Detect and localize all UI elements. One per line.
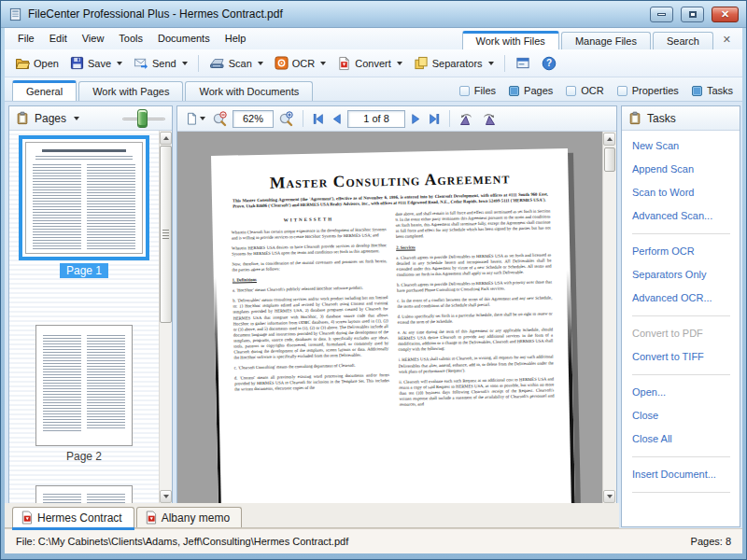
menu-edit[interactable]: Edit bbox=[42, 28, 75, 49]
page-2-thumbnail[interactable]: Page 2 bbox=[35, 325, 133, 463]
scroll-up-button[interactable] bbox=[160, 132, 172, 145]
document-body: WITNESSETH Wherein Clearsoft has certain… bbox=[231, 209, 554, 416]
clipboard-icon bbox=[16, 111, 29, 125]
ocr-button[interactable]: OCR bbox=[270, 54, 331, 72]
convert-button[interactable]: Convert bbox=[332, 54, 407, 73]
thumbnail-scrollbar[interactable] bbox=[159, 131, 172, 504]
svg-text:?: ? bbox=[546, 58, 552, 68]
tasks-panel: Tasks New Scan Append Scan Scan to Word … bbox=[621, 105, 740, 527]
rotate-right-button[interactable] bbox=[479, 111, 499, 127]
help-button[interactable]: ? bbox=[537, 54, 561, 73]
doc-tab-albany-memo[interactable]: Albany memo bbox=[136, 507, 242, 527]
tab-work-with-files[interactable]: Work with Files bbox=[462, 31, 559, 49]
open-button[interactable]: Open bbox=[10, 54, 63, 73]
scanner-icon bbox=[209, 56, 225, 70]
viewer-scroll-up-button[interactable] bbox=[603, 133, 615, 146]
doc-tab-hermes-contract[interactable]: Hermes Contract bbox=[12, 507, 134, 527]
menu-documents[interactable]: Documents bbox=[150, 28, 218, 49]
viewer-panel: 62% 1 of 8 bbox=[176, 105, 617, 505]
task-divider bbox=[632, 233, 730, 234]
save-button[interactable]: Save bbox=[65, 54, 127, 72]
arrow-down-icon bbox=[607, 495, 613, 498]
task-close-all[interactable]: Close All bbox=[632, 433, 740, 444]
page-2-label: Page 2 bbox=[66, 450, 102, 463]
slider-thumb[interactable] bbox=[137, 109, 148, 128]
next-page-button[interactable] bbox=[408, 112, 424, 126]
toggle-properties[interactable]: Properties bbox=[617, 85, 679, 96]
menu-tools[interactable]: Tools bbox=[111, 28, 150, 49]
toolbar-separator bbox=[504, 55, 505, 72]
menu-view[interactable]: View bbox=[75, 28, 112, 49]
title-bar[interactable]: FileCenter Professional Plus - Hermes Co… bbox=[1, 1, 746, 28]
zoom-in-icon bbox=[278, 111, 294, 127]
send-dropdown-icon bbox=[182, 62, 188, 65]
task-insert-document[interactable]: Insert Document... bbox=[632, 469, 740, 480]
pages-dropdown-icon[interactable] bbox=[74, 117, 79, 120]
minimize-button[interactable] bbox=[650, 7, 673, 22]
send-button[interactable]: Send bbox=[129, 54, 192, 72]
save-floppy-icon bbox=[70, 56, 84, 70]
app-icon bbox=[8, 7, 22, 21]
close-button[interactable]: ✕ bbox=[712, 7, 739, 22]
properties-checkbox bbox=[617, 86, 627, 96]
maximize-button[interactable] bbox=[681, 7, 704, 22]
status-page-count: Pages: 8 bbox=[691, 536, 731, 547]
page-layout-button[interactable] bbox=[183, 110, 207, 127]
thumbnail-size-slider[interactable] bbox=[122, 109, 165, 128]
preview-window-button[interactable] bbox=[511, 54, 535, 72]
viewer-scrollbar-thumb[interactable] bbox=[604, 147, 615, 172]
mode-tabs-close-icon[interactable]: ✕ bbox=[715, 34, 739, 49]
task-scan-to-word[interactable]: Scan to Word bbox=[632, 187, 740, 198]
task-advanced-ocr[interactable]: Advanced OCR... bbox=[632, 292, 740, 303]
document-canvas[interactable]: Master Consulting Agreement This Master … bbox=[177, 132, 616, 504]
document-page[interactable]: Master Consulting Agreement This Master … bbox=[211, 148, 578, 504]
rotate-left-button[interactable] bbox=[457, 111, 476, 127]
pdf-file-icon bbox=[21, 511, 33, 525]
tab-search[interactable]: Search bbox=[653, 32, 713, 49]
toggle-tasks[interactable]: Tasks bbox=[692, 85, 733, 96]
tab-work-with-documents[interactable]: Work with Documents bbox=[185, 81, 313, 101]
toggle-pages[interactable]: Pages bbox=[509, 85, 553, 96]
page-1-label: Page 1 bbox=[60, 263, 108, 278]
pages-dropdown[interactable]: Pages bbox=[35, 112, 66, 125]
convert-dropdown-icon bbox=[397, 62, 402, 65]
page-3-thumbnail[interactable] bbox=[35, 485, 133, 504]
first-page-button[interactable] bbox=[310, 112, 326, 126]
task-perform-ocr[interactable]: Perform OCR bbox=[632, 245, 740, 257]
menu-help[interactable]: Help bbox=[218, 28, 254, 49]
task-close[interactable]: Close bbox=[632, 410, 740, 421]
tab-manage-files[interactable]: Manage Files bbox=[561, 32, 651, 49]
page-icon bbox=[185, 111, 198, 126]
last-page-button[interactable] bbox=[427, 112, 443, 126]
viewer-scroll-down-button[interactable] bbox=[603, 490, 615, 503]
viewer-scrollbar[interactable] bbox=[602, 132, 616, 504]
toggle-files[interactable]: Files bbox=[459, 85, 496, 96]
zoom-level-display[interactable]: 62% bbox=[233, 110, 274, 128]
tab-general[interactable]: General bbox=[12, 80, 77, 101]
tab-work-with-pages[interactable]: Work with Pages bbox=[78, 81, 183, 101]
open-folder-icon bbox=[15, 56, 30, 71]
task-separators-only[interactable]: Separators Only bbox=[632, 269, 740, 280]
task-open[interactable]: Open... bbox=[632, 386, 740, 398]
separators-button[interactable]: Separators bbox=[409, 54, 499, 72]
pdf-file-icon bbox=[145, 511, 157, 525]
pages-checkbox bbox=[509, 86, 519, 96]
scrollbar-thumb[interactable] bbox=[160, 146, 172, 323]
zoom-in-button[interactable] bbox=[276, 110, 296, 128]
previous-page-button[interactable] bbox=[329, 112, 345, 126]
window-frame: File Edit View Tools Documents Help Work… bbox=[5, 28, 742, 553]
save-dropdown-icon bbox=[117, 62, 122, 65]
task-append-scan[interactable]: Append Scan bbox=[632, 163, 740, 175]
toggle-ocr[interactable]: OCR bbox=[566, 85, 603, 96]
scroll-down-button[interactable] bbox=[160, 490, 172, 503]
page-number-display[interactable]: 1 of 8 bbox=[347, 110, 405, 128]
page-1-thumbnail[interactable]: Page 1 bbox=[19, 135, 149, 278]
task-new-scan[interactable]: New Scan bbox=[632, 140, 740, 151]
zoom-out-button[interactable] bbox=[210, 110, 230, 128]
menu-file[interactable]: File bbox=[10, 28, 42, 49]
status-bar: File: C:\My Cabinets\Clients\Adams, Jeff… bbox=[5, 528, 742, 553]
convert-pdf-icon bbox=[337, 56, 351, 71]
task-convert-to-tiff[interactable]: Convert to TIFF bbox=[632, 351, 740, 362]
scan-button[interactable]: Scan bbox=[204, 54, 268, 72]
task-advanced-scan[interactable]: Advanced Scan... bbox=[632, 210, 740, 221]
